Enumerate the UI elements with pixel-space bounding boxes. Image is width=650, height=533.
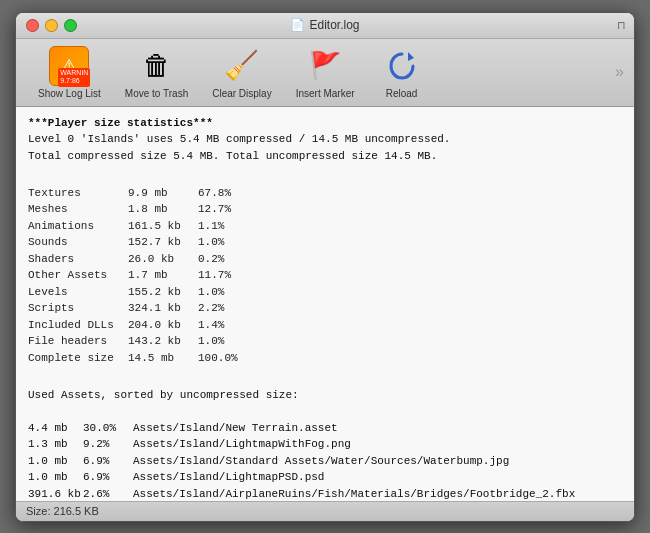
toolbar-overflow[interactable]: » — [615, 63, 624, 81]
insert-marker-label: Insert Marker — [296, 88, 355, 99]
show-log-list-icon: WARNIN9.7:86 — [49, 46, 89, 86]
assets-header: Used Assets, sorted by uncompressed size… — [28, 387, 622, 404]
log-header-line3: Total compressed size 5.4 MB. Total unco… — [28, 148, 622, 165]
warn-badge-text: WARNIN9.7:86 — [58, 68, 90, 87]
titlebar: 📄 Editor.log ⊓ — [16, 13, 634, 39]
expand-button[interactable]: ⊓ — [617, 19, 626, 32]
stat-row-meshes: Meshes 1.8 mb 12.7% — [28, 201, 622, 218]
stat-row-sounds: Sounds 152.7 kb 1.0% — [28, 234, 622, 251]
asset-row-1: 4.4 mb 30.0% Assets/Island/New Terrain.a… — [28, 420, 622, 437]
reload-button[interactable]: Reload — [367, 42, 437, 103]
stat-row-file-headers: File headers 143.2 kb 1.0% — [28, 333, 622, 350]
trash-icon: 🗑 — [137, 46, 177, 86]
status-text: Size: 216.5 KB — [26, 505, 99, 517]
reload-label: Reload — [386, 88, 418, 99]
content-area: ***Player size statistics*** Level 0 'Is… — [16, 107, 634, 501]
maximize-button[interactable] — [64, 19, 77, 32]
move-to-trash-button[interactable]: 🗑 Move to Trash — [113, 42, 200, 103]
clear-display-label: Clear Display — [212, 88, 271, 99]
log-header-line2: Level 0 'Islands' uses 5.4 MB compressed… — [28, 131, 622, 148]
svg-marker-0 — [408, 52, 414, 61]
minimize-button[interactable] — [45, 19, 58, 32]
close-button[interactable] — [26, 19, 39, 32]
clear-display-button[interactable]: 🧹 Clear Display — [200, 42, 283, 103]
stat-row-shaders: Shaders 26.0 kb 0.2% — [28, 251, 622, 268]
statusbar: Size: 216.5 KB — [16, 501, 634, 521]
asset-row-3: 1.0 mb 6.9% Assets/Island/Standard Asset… — [28, 453, 622, 470]
log-header-line1: ***Player size statistics*** — [28, 115, 622, 132]
marker-icon: 🚩 — [305, 46, 345, 86]
asset-row-2: 1.3 mb 9.2% Assets/Island/LightmapWithFo… — [28, 436, 622, 453]
title-text: Editor.log — [309, 18, 359, 32]
stats-table: Textures 9.9 mb 67.8% Meshes 1.8 mb 12.7… — [28, 185, 622, 367]
reload-svg — [386, 50, 418, 82]
move-to-trash-label: Move to Trash — [125, 88, 188, 99]
stat-row-levels: Levels 155.2 kb 1.0% — [28, 284, 622, 301]
reload-icon — [382, 46, 422, 86]
warning-icon: WARNIN9.7:86 — [49, 46, 89, 86]
assets-table: 4.4 mb 30.0% Assets/Island/New Terrain.a… — [28, 420, 622, 501]
window-title: 📄 Editor.log — [290, 18, 359, 32]
titlebar-buttons — [26, 19, 77, 32]
stat-row-dlls: Included DLLs 204.0 kb 1.4% — [28, 317, 622, 334]
stat-row-scripts: Scripts 324.1 kb 2.2% — [28, 300, 622, 317]
stat-row-other-assets: Other Assets 1.7 mb 11.7% — [28, 267, 622, 284]
show-log-list-label: Show Log List — [38, 88, 101, 99]
show-log-list-button[interactable]: WARNIN9.7:86 Show Log List — [26, 42, 113, 103]
stat-row-textures: Textures 9.9 mb 67.8% — [28, 185, 622, 202]
stat-row-animations: Animations 161.5 kb 1.1% — [28, 218, 622, 235]
main-window: 📄 Editor.log ⊓ WARNIN9.7:86 Show Log Lis… — [15, 12, 635, 522]
asset-row-5: 391.6 kb 2.6% Assets/Island/AirplaneRuin… — [28, 486, 622, 501]
title-icon: 📄 — [290, 18, 305, 32]
stat-row-complete-size: Complete size 14.5 mb 100.0% — [28, 350, 622, 367]
insert-marker-button[interactable]: 🚩 Insert Marker — [284, 42, 367, 103]
toolbar: WARNIN9.7:86 Show Log List 🗑 Move to Tra… — [16, 39, 634, 107]
log-content[interactable]: ***Player size statistics*** Level 0 'Is… — [16, 107, 634, 501]
asset-row-4: 1.0 mb 6.9% Assets/Island/LightmapPSD.ps… — [28, 469, 622, 486]
broom-icon: 🧹 — [222, 46, 262, 86]
